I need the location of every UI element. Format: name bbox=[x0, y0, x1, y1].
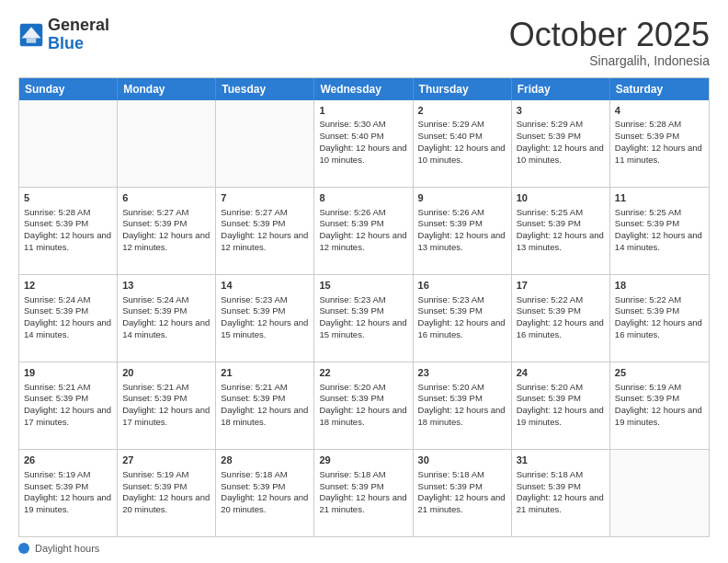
cal-cell: 15Sunrise: 5:23 AM Sunset: 5:39 PM Dayli… bbox=[314, 275, 413, 362]
day-number: 14 bbox=[221, 279, 309, 293]
day-number: 3 bbox=[517, 104, 605, 118]
cal-cell bbox=[610, 450, 709, 536]
footer-label: Daylight hours bbox=[35, 543, 99, 554]
day-number: 6 bbox=[122, 191, 210, 205]
cell-info: Sunrise: 5:21 AM Sunset: 5:39 PM Dayligh… bbox=[221, 382, 308, 427]
cal-cell: 2Sunrise: 5:29 AM Sunset: 5:40 PM Daylig… bbox=[414, 100, 512, 187]
cell-info: Sunrise: 5:23 AM Sunset: 5:39 PM Dayligh… bbox=[319, 294, 406, 339]
cal-cell: 23Sunrise: 5:20 AM Sunset: 5:39 PM Dayli… bbox=[414, 362, 512, 449]
day-number: 20 bbox=[122, 366, 210, 380]
day-number: 31 bbox=[517, 454, 605, 467]
cal-cell: 8Sunrise: 5:26 AM Sunset: 5:39 PM Daylig… bbox=[314, 188, 413, 274]
day-number: 11 bbox=[615, 191, 704, 205]
cell-info: Sunrise: 5:19 AM Sunset: 5:39 PM Dayligh… bbox=[122, 469, 210, 514]
cal-cell bbox=[216, 100, 314, 187]
logo: General Blue bbox=[18, 17, 109, 53]
day-number: 15 bbox=[319, 279, 407, 293]
cal-cell: 22Sunrise: 5:20 AM Sunset: 5:39 PM Dayli… bbox=[314, 362, 413, 449]
cell-info: Sunrise: 5:30 AM Sunset: 5:40 PM Dayligh… bbox=[319, 119, 406, 164]
logo-general: General bbox=[48, 16, 109, 34]
title-block: October 2025 Sinargalih, Indonesia bbox=[509, 17, 710, 68]
day-number: 4 bbox=[615, 104, 704, 118]
day-number: 25 bbox=[615, 366, 704, 380]
calendar: SundayMondayTuesdayWednesdayThursdayFrid… bbox=[18, 77, 710, 537]
cal-row-1: 1Sunrise: 5:30 AM Sunset: 5:40 PM Daylig… bbox=[19, 100, 709, 187]
cal-header-tuesday: Tuesday bbox=[216, 78, 314, 100]
cell-info: Sunrise: 5:20 AM Sunset: 5:39 PM Dayligh… bbox=[517, 382, 604, 427]
cal-cell: 1Sunrise: 5:30 AM Sunset: 5:40 PM Daylig… bbox=[314, 100, 413, 187]
cal-cell: 10Sunrise: 5:25 AM Sunset: 5:39 PM Dayli… bbox=[512, 188, 610, 274]
cal-cell: 5Sunrise: 5:28 AM Sunset: 5:39 PM Daylig… bbox=[19, 188, 118, 274]
cal-header-saturday: Saturday bbox=[610, 78, 709, 100]
cell-info: Sunrise: 5:21 AM Sunset: 5:39 PM Dayligh… bbox=[24, 382, 111, 427]
calendar-body: 1Sunrise: 5:30 AM Sunset: 5:40 PM Daylig… bbox=[19, 100, 709, 536]
cal-row-4: 19Sunrise: 5:21 AM Sunset: 5:39 PM Dayli… bbox=[19, 362, 709, 449]
day-number: 16 bbox=[418, 279, 506, 293]
cal-cell: 30Sunrise: 5:18 AM Sunset: 5:39 PM Dayli… bbox=[414, 450, 512, 536]
cal-cell: 4Sunrise: 5:28 AM Sunset: 5:39 PM Daylig… bbox=[610, 100, 709, 187]
day-number: 30 bbox=[418, 454, 506, 467]
cal-header-sunday: Sunday bbox=[19, 78, 118, 100]
cal-cell: 19Sunrise: 5:21 AM Sunset: 5:39 PM Dayli… bbox=[19, 362, 118, 449]
day-number: 26 bbox=[24, 454, 112, 467]
cal-cell: 26Sunrise: 5:19 AM Sunset: 5:39 PM Dayli… bbox=[19, 450, 118, 536]
page: General Blue October 2025 Sinargalih, In… bbox=[0, 0, 728, 563]
day-number: 1 bbox=[319, 104, 407, 118]
cell-info: Sunrise: 5:27 AM Sunset: 5:39 PM Dayligh… bbox=[221, 207, 308, 252]
cal-cell: 29Sunrise: 5:18 AM Sunset: 5:39 PM Dayli… bbox=[314, 450, 413, 536]
month-title: October 2025 bbox=[509, 17, 710, 53]
cal-cell: 11Sunrise: 5:25 AM Sunset: 5:39 PM Dayli… bbox=[610, 188, 709, 274]
cell-info: Sunrise: 5:18 AM Sunset: 5:39 PM Dayligh… bbox=[418, 469, 506, 514]
cell-info: Sunrise: 5:20 AM Sunset: 5:39 PM Dayligh… bbox=[418, 382, 506, 427]
cal-cell: 31Sunrise: 5:18 AM Sunset: 5:39 PM Dayli… bbox=[512, 450, 610, 536]
cal-cell bbox=[19, 100, 118, 187]
cell-info: Sunrise: 5:29 AM Sunset: 5:39 PM Dayligh… bbox=[517, 119, 604, 164]
day-number: 17 bbox=[517, 279, 605, 293]
footer: Daylight hours bbox=[18, 543, 710, 554]
cal-cell: 20Sunrise: 5:21 AM Sunset: 5:39 PM Dayli… bbox=[118, 362, 216, 449]
day-number: 2 bbox=[418, 104, 506, 118]
cal-cell: 3Sunrise: 5:29 AM Sunset: 5:39 PM Daylig… bbox=[512, 100, 610, 187]
day-number: 28 bbox=[221, 454, 309, 467]
cal-row-2: 5Sunrise: 5:28 AM Sunset: 5:39 PM Daylig… bbox=[19, 187, 709, 274]
logo-icon bbox=[18, 22, 44, 48]
cell-info: Sunrise: 5:24 AM Sunset: 5:39 PM Dayligh… bbox=[122, 294, 210, 339]
cal-cell: 6Sunrise: 5:27 AM Sunset: 5:39 PM Daylig… bbox=[118, 188, 216, 274]
cal-cell: 16Sunrise: 5:23 AM Sunset: 5:39 PM Dayli… bbox=[414, 275, 512, 362]
cell-info: Sunrise: 5:29 AM Sunset: 5:40 PM Dayligh… bbox=[418, 119, 506, 164]
cal-row-5: 26Sunrise: 5:19 AM Sunset: 5:39 PM Dayli… bbox=[19, 449, 709, 536]
cal-header-wednesday: Wednesday bbox=[314, 78, 413, 100]
cal-header-friday: Friday bbox=[512, 78, 610, 100]
cal-header-monday: Monday bbox=[118, 78, 216, 100]
cell-info: Sunrise: 5:25 AM Sunset: 5:39 PM Dayligh… bbox=[615, 207, 702, 252]
cell-info: Sunrise: 5:26 AM Sunset: 5:39 PM Dayligh… bbox=[418, 207, 506, 252]
cell-info: Sunrise: 5:24 AM Sunset: 5:39 PM Dayligh… bbox=[24, 294, 111, 339]
day-number: 9 bbox=[418, 191, 506, 205]
day-number: 21 bbox=[221, 366, 309, 380]
day-number: 19 bbox=[24, 366, 112, 380]
cal-header-thursday: Thursday bbox=[414, 78, 512, 100]
cell-info: Sunrise: 5:25 AM Sunset: 5:39 PM Dayligh… bbox=[517, 207, 604, 252]
cal-cell: 28Sunrise: 5:18 AM Sunset: 5:39 PM Dayli… bbox=[216, 450, 314, 536]
cal-cell: 17Sunrise: 5:22 AM Sunset: 5:39 PM Dayli… bbox=[512, 275, 610, 362]
day-number: 10 bbox=[517, 191, 605, 205]
cell-info: Sunrise: 5:23 AM Sunset: 5:39 PM Dayligh… bbox=[418, 294, 506, 339]
day-number: 5 bbox=[24, 191, 112, 205]
location: Sinargalih, Indonesia bbox=[509, 53, 710, 68]
header: General Blue October 2025 Sinargalih, In… bbox=[18, 17, 710, 68]
cal-cell: 24Sunrise: 5:20 AM Sunset: 5:39 PM Dayli… bbox=[512, 362, 610, 449]
calendar-header: SundayMondayTuesdayWednesdayThursdayFrid… bbox=[19, 78, 709, 100]
cell-info: Sunrise: 5:26 AM Sunset: 5:39 PM Dayligh… bbox=[319, 207, 406, 252]
cell-info: Sunrise: 5:19 AM Sunset: 5:39 PM Dayligh… bbox=[24, 469, 111, 514]
cell-info: Sunrise: 5:22 AM Sunset: 5:39 PM Dayligh… bbox=[517, 294, 604, 339]
cell-info: Sunrise: 5:28 AM Sunset: 5:39 PM Dayligh… bbox=[615, 119, 702, 164]
cal-cell: 27Sunrise: 5:19 AM Sunset: 5:39 PM Dayli… bbox=[118, 450, 216, 536]
cal-cell: 13Sunrise: 5:24 AM Sunset: 5:39 PM Dayli… bbox=[118, 275, 216, 362]
logo-text: General Blue bbox=[48, 17, 109, 53]
cell-info: Sunrise: 5:28 AM Sunset: 5:39 PM Dayligh… bbox=[24, 207, 111, 252]
cell-info: Sunrise: 5:18 AM Sunset: 5:39 PM Dayligh… bbox=[517, 469, 604, 514]
day-number: 23 bbox=[418, 366, 506, 380]
day-number: 7 bbox=[221, 191, 309, 205]
cal-cell: 9Sunrise: 5:26 AM Sunset: 5:39 PM Daylig… bbox=[414, 188, 512, 274]
cal-cell: 14Sunrise: 5:23 AM Sunset: 5:39 PM Dayli… bbox=[216, 275, 314, 362]
